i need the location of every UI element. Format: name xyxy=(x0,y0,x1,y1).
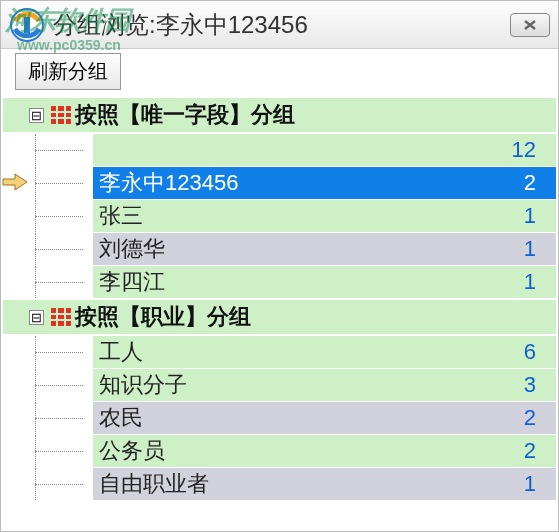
tree-line xyxy=(3,435,93,467)
item-count: 1 xyxy=(524,203,536,229)
close-button[interactable] xyxy=(510,13,550,37)
list-item-selected[interactable]: 李永中123456 2 xyxy=(3,167,556,199)
item-count: 1 xyxy=(524,236,536,262)
group-header-occupation[interactable]: ⊟ 按照【职业】分组 xyxy=(3,300,556,334)
list-item[interactable]: 农民 2 xyxy=(3,402,556,434)
item-count: 6 xyxy=(524,339,536,365)
tree-line xyxy=(3,369,93,401)
tree: ⊟ 按照【唯一字段】分组 12 xyxy=(1,98,558,500)
list-item[interactable]: 工人 6 xyxy=(3,336,556,368)
group-header-unique-field[interactable]: ⊟ 按照【唯一字段】分组 xyxy=(3,98,556,132)
item-count: 1 xyxy=(524,269,536,295)
list-item[interactable]: 李四江 1 xyxy=(3,266,556,298)
item-count: 2 xyxy=(524,405,536,431)
item-name: 刘德华 xyxy=(99,234,165,264)
item-name: 工人 xyxy=(99,337,143,367)
grid-icon xyxy=(51,308,71,326)
tree-line xyxy=(3,468,93,500)
tree-line xyxy=(3,336,93,368)
item-name: 李四江 xyxy=(99,267,165,297)
window-frame: 河东软件园 www.pc0359.cn 分组浏览:李永中123456 刷新分组 … xyxy=(0,0,559,532)
tree-line xyxy=(3,233,93,265)
item-name: 农民 xyxy=(99,403,143,433)
list-item[interactable]: 自由职业者 1 xyxy=(3,468,556,500)
tree-line xyxy=(3,266,93,298)
item-count: 3 xyxy=(524,372,536,398)
tree-line xyxy=(3,134,93,166)
app-icon xyxy=(9,7,45,43)
item-name: 张三 xyxy=(99,201,143,231)
tree-line xyxy=(3,200,93,232)
expander-icon[interactable]: ⊟ xyxy=(29,310,44,325)
item-name: 自由职业者 xyxy=(99,469,209,499)
item-name: 知识分子 xyxy=(99,370,187,400)
item-count: 1 xyxy=(524,471,536,497)
content-area[interactable]: 刷新分组 ⊟ 按照【唯一字段】分组 12 xyxy=(1,49,558,531)
grid-icon xyxy=(51,106,71,124)
list-item[interactable]: 12 xyxy=(3,134,556,166)
tree-line xyxy=(3,402,93,434)
item-count: 2 xyxy=(524,438,536,464)
item-count: 2 xyxy=(524,170,536,196)
group-label: 按照【职业】分组 xyxy=(75,302,251,332)
titlebar: 分组浏览:李永中123456 xyxy=(1,1,558,49)
expander-icon[interactable]: ⊟ xyxy=(29,108,44,123)
svg-rect-1 xyxy=(24,17,30,33)
item-count: 12 xyxy=(512,137,536,163)
tree-line xyxy=(3,167,93,199)
list-item[interactable]: 张三 1 xyxy=(3,200,556,232)
close-icon xyxy=(523,19,537,31)
list-item[interactable]: 公务员 2 xyxy=(3,435,556,467)
item-name: 李永中123456 xyxy=(99,168,238,198)
window-title: 分组浏览:李永中123456 xyxy=(53,9,510,41)
list-item[interactable]: 知识分子 3 xyxy=(3,369,556,401)
item-name: 公务员 xyxy=(99,436,165,466)
list-item[interactable]: 刘德华 1 xyxy=(3,233,556,265)
group-label: 按照【唯一字段】分组 xyxy=(75,100,295,130)
refresh-button[interactable]: 刷新分组 xyxy=(15,53,121,90)
